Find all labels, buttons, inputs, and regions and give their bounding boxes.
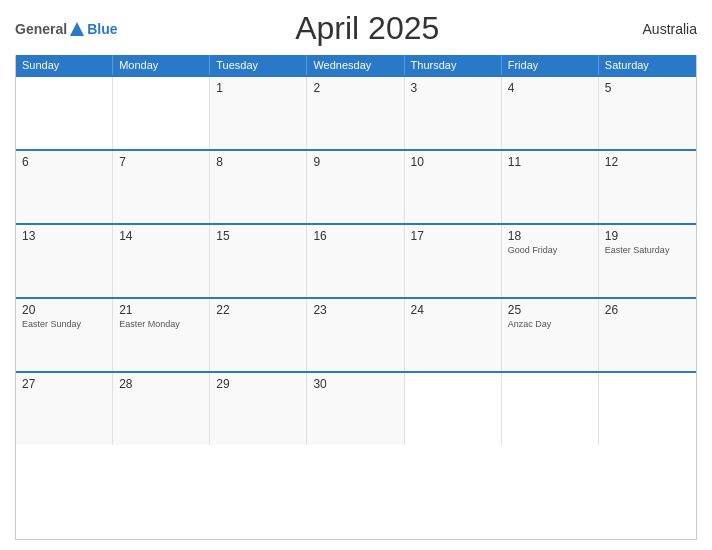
day-number: 18 [508,229,592,243]
holiday-name: Easter Saturday [605,245,690,257]
day-number: 26 [605,303,690,317]
day-cell: 28 [113,373,210,445]
day-number: 19 [605,229,690,243]
day-number: 1 [216,81,300,95]
day-cell: 14 [113,225,210,297]
day-cell: 4 [502,77,599,149]
day-header-wednesday: Wednesday [307,55,404,75]
day-number: 2 [313,81,397,95]
day-cell: 3 [405,77,502,149]
day-cell: 17 [405,225,502,297]
day-number: 3 [411,81,495,95]
day-cell: 29 [210,373,307,445]
day-number: 10 [411,155,495,169]
weeks-container: 123456789101112131415161718Good Friday19… [16,75,696,445]
day-cell: 10 [405,151,502,223]
day-number: 15 [216,229,300,243]
day-number: 7 [119,155,203,169]
day-cell: 13 [16,225,113,297]
day-number: 20 [22,303,106,317]
holiday-name: Easter Sunday [22,319,106,331]
day-number: 12 [605,155,690,169]
week-row-1: 12345 [16,75,696,149]
day-cell: 24 [405,299,502,371]
day-number: 21 [119,303,203,317]
day-cell: 7 [113,151,210,223]
day-cell [599,373,696,445]
logo: General Blue [15,20,117,38]
day-cell: 25Anzac Day [502,299,599,371]
svg-marker-0 [70,22,84,36]
day-number: 13 [22,229,106,243]
day-number: 17 [411,229,495,243]
page-header: General Blue April 2025 Australia [15,10,697,47]
day-cell: 21Easter Monday [113,299,210,371]
week-row-3: 131415161718Good Friday19Easter Saturday [16,223,696,297]
day-header-sunday: Sunday [16,55,113,75]
week-row-5: 27282930 [16,371,696,445]
day-cell: 15 [210,225,307,297]
day-cell: 22 [210,299,307,371]
day-cell: 20Easter Sunday [16,299,113,371]
day-cell: 16 [307,225,404,297]
day-number: 9 [313,155,397,169]
day-cell [502,373,599,445]
day-cell: 2 [307,77,404,149]
holiday-name: Anzac Day [508,319,592,331]
day-cell: 30 [307,373,404,445]
day-cell: 1 [210,77,307,149]
day-cell [113,77,210,149]
day-cell: 18Good Friday [502,225,599,297]
day-header-saturday: Saturday [599,55,696,75]
day-header-friday: Friday [502,55,599,75]
day-headers-row: SundayMondayTuesdayWednesdayThursdayFrid… [16,55,696,75]
day-number: 14 [119,229,203,243]
day-number: 6 [22,155,106,169]
day-number: 30 [313,377,397,391]
day-number: 23 [313,303,397,317]
day-header-tuesday: Tuesday [210,55,307,75]
week-row-4: 20Easter Sunday21Easter Monday22232425An… [16,297,696,371]
day-number: 5 [605,81,690,95]
day-number: 24 [411,303,495,317]
day-number: 29 [216,377,300,391]
day-cell [16,77,113,149]
week-row-2: 6789101112 [16,149,696,223]
day-number: 28 [119,377,203,391]
day-header-monday: Monday [113,55,210,75]
calendar-title: April 2025 [117,10,617,47]
day-cell: 12 [599,151,696,223]
day-cell: 5 [599,77,696,149]
logo-general-text: General [15,21,67,37]
country-label: Australia [617,21,697,37]
day-cell: 26 [599,299,696,371]
holiday-name: Good Friday [508,245,592,257]
holiday-name: Easter Monday [119,319,203,331]
day-cell: 27 [16,373,113,445]
logo-blue-text: Blue [87,21,117,37]
day-number: 8 [216,155,300,169]
day-cell: 11 [502,151,599,223]
day-cell: 6 [16,151,113,223]
logo-icon [68,20,86,38]
day-number: 11 [508,155,592,169]
day-cell: 19Easter Saturday [599,225,696,297]
day-cell: 23 [307,299,404,371]
day-cell: 8 [210,151,307,223]
day-header-thursday: Thursday [405,55,502,75]
day-cell: 9 [307,151,404,223]
day-number: 27 [22,377,106,391]
day-number: 25 [508,303,592,317]
day-cell [405,373,502,445]
day-number: 16 [313,229,397,243]
calendar: SundayMondayTuesdayWednesdayThursdayFrid… [15,55,697,540]
day-number: 22 [216,303,300,317]
day-number: 4 [508,81,592,95]
